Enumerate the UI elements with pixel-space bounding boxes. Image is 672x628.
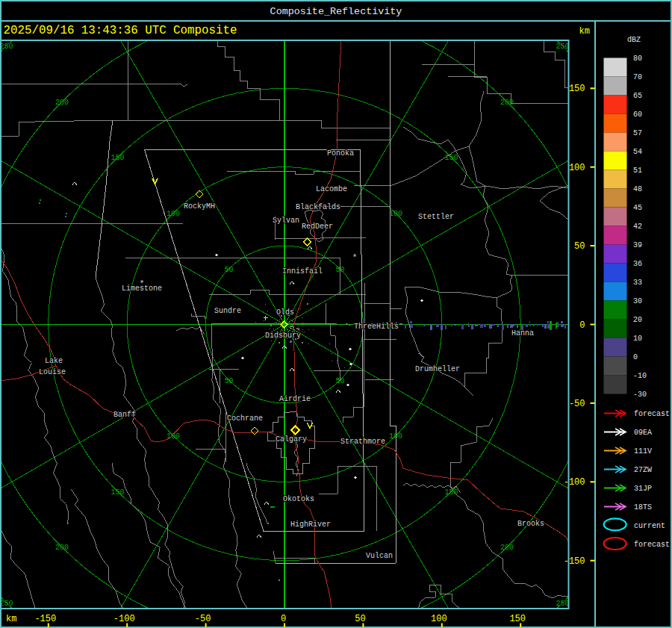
svg-text:150: 150: [111, 488, 124, 497]
svg-text:09EA: 09EA: [634, 429, 652, 437]
svg-text:200: 200: [55, 544, 69, 552]
svg-text:10: 10: [633, 335, 642, 343]
svg-text:*: *: [352, 253, 358, 262]
svg-text:18TS: 18TS: [634, 503, 652, 512]
svg-text:Lacombe: Lacombe: [316, 185, 347, 193]
svg-text:100: 100: [569, 163, 585, 173]
svg-text:HighRiver: HighRiver: [290, 520, 331, 529]
svg-text:200: 200: [500, 99, 514, 107]
svg-text:50: 50: [335, 377, 344, 385]
svg-text:60: 60: [633, 111, 642, 119]
svg-text:250: 250: [0, 600, 13, 608]
svg-text:50: 50: [574, 241, 585, 252]
svg-text:km: km: [6, 614, 16, 624]
svg-text:150: 150: [445, 488, 458, 497]
svg-text:150: 150: [569, 84, 585, 94]
svg-text:Vulcan: Vulcan: [366, 552, 393, 560]
svg-text:Hanna: Hanna: [511, 329, 534, 338]
svg-text:50: 50: [224, 377, 233, 385]
svg-text:42: 42: [633, 223, 642, 231]
svg-text:forecast: forecast: [634, 410, 670, 418]
svg-text:200: 200: [500, 544, 514, 552]
svg-text:ThreeHills: ThreeHills: [354, 323, 399, 331]
svg-text:Stettler: Stettler: [418, 213, 454, 221]
svg-text:20: 20: [633, 316, 642, 324]
svg-text:65: 65: [633, 92, 642, 100]
svg-text:0: 0: [579, 320, 585, 331]
svg-text:33: 33: [633, 279, 642, 287]
svg-text:27ZW: 27ZW: [634, 466, 652, 474]
svg-text:51: 51: [633, 167, 642, 175]
svg-text:250: 250: [556, 43, 570, 51]
svg-text:-50: -50: [195, 614, 211, 624]
svg-text:50: 50: [224, 266, 233, 274]
svg-text:-150: -150: [564, 556, 585, 567]
svg-text:50: 50: [355, 614, 365, 624]
svg-text:54: 54: [633, 148, 642, 156]
svg-text:50: 50: [335, 266, 344, 274]
svg-text:250: 250: [0, 43, 13, 51]
svg-text:Calgary: Calgary: [276, 435, 307, 444]
svg-text:-50: -50: [569, 399, 585, 409]
svg-text:39: 39: [633, 241, 642, 249]
svg-text:-100: -100: [113, 614, 135, 624]
svg-text:0: 0: [281, 614, 286, 624]
svg-text:Banff: Banff: [113, 411, 136, 419]
svg-text:150: 150: [509, 614, 526, 624]
svg-text:Brooks: Brooks: [517, 520, 544, 528]
svg-text:Louise: Louise: [39, 368, 66, 376]
svg-text:200: 200: [55, 99, 69, 107]
svg-text:-150: -150: [34, 614, 56, 624]
svg-text:100: 100: [167, 210, 180, 218]
svg-text:Lake: Lake: [45, 357, 63, 365]
svg-text:-100: -100: [564, 477, 585, 488]
svg-text:57: 57: [633, 129, 642, 137]
svg-text:Olds: Olds: [276, 308, 294, 317]
svg-text:100: 100: [167, 432, 180, 441]
svg-text:Limestone: Limestone: [122, 285, 162, 293]
svg-text:Okotoks: Okotoks: [283, 495, 314, 503]
svg-text:100: 100: [389, 432, 402, 441]
svg-text:150: 150: [111, 154, 124, 162]
svg-text:Airdrie: Airdrie: [279, 395, 311, 403]
svg-text:0: 0: [633, 353, 638, 361]
svg-text:45: 45: [633, 204, 642, 212]
svg-text:111V: 111V: [634, 447, 652, 456]
svg-text:Strathmore: Strathmore: [340, 438, 385, 446]
svg-text:Cochrane: Cochrane: [227, 414, 263, 423]
svg-text:70: 70: [633, 73, 642, 81]
svg-text:31JP: 31JP: [634, 485, 652, 493]
svg-text:RedDeer: RedDeer: [302, 223, 333, 231]
svg-text:100: 100: [431, 614, 447, 624]
svg-text:2025/09/16 13:43:36 UTC Compos: 2025/09/16 13:43:36 UTC Composite: [4, 24, 237, 37]
svg-text:250: 250: [556, 600, 570, 608]
svg-text:-30: -30: [633, 391, 647, 399]
svg-text:Blackfalds: Blackfalds: [296, 203, 340, 211]
svg-text:current: current: [634, 522, 665, 530]
svg-text:Didsbury: Didsbury: [265, 332, 301, 340]
svg-text:forecast: forecast: [634, 541, 670, 549]
svg-text:150: 150: [445, 154, 458, 162]
svg-text:km: km: [579, 26, 590, 37]
svg-text:RockyMH: RockyMH: [184, 202, 215, 211]
svg-text:30: 30: [633, 297, 642, 305]
svg-text:Innisfail: Innisfail: [282, 267, 323, 276]
svg-text:Sundre: Sundre: [214, 307, 241, 315]
svg-text:Ponoka: Ponoka: [327, 149, 354, 158]
svg-text:Sylvan: Sylvan: [273, 217, 299, 225]
svg-text:100: 100: [389, 210, 402, 218]
svg-text:-10: -10: [633, 372, 647, 380]
svg-text:80: 80: [633, 55, 642, 63]
svg-text:36: 36: [633, 260, 642, 268]
svg-text:Composite_Reflectivity: Composite_Reflectivity: [270, 6, 402, 17]
svg-text:Drumheller: Drumheller: [415, 365, 460, 373]
svg-text:48: 48: [633, 185, 642, 193]
svg-text:dBZ: dBZ: [627, 36, 641, 44]
